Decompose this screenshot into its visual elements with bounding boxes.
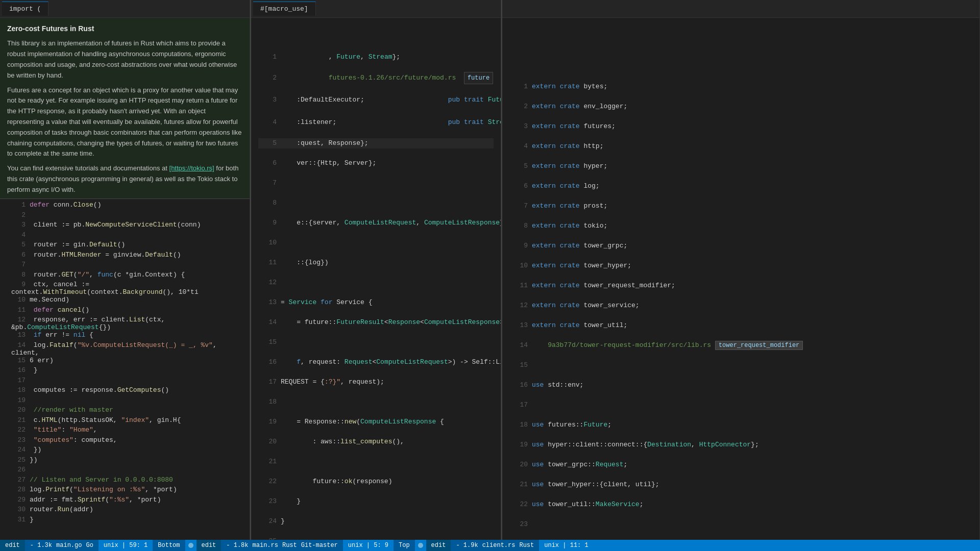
code-line: 23 [509,519,972,530]
code-line: 4 [7,231,242,241]
code-line: 14 log.Fatalf("%v.ComputeListRequest(_) … [7,341,242,357]
code-line: 13 if err != nil { [7,331,242,341]
tokio-link[interactable]: [https://tokio.rs] [169,164,214,172]
mid-scroll-pos: Top [399,542,410,549]
mid-status-mode: edit [197,540,222,551]
code-line: 8 router.GET("/", func(c *gin.Context) { [7,271,242,281]
right-status-info: - 1.9k client.rs Rust [451,540,539,551]
right-filename: client.rs [482,542,516,549]
right-pane: 1extern crate bytes; 2extern crate env_l… [502,0,980,540]
right-code-block: 1extern crate bytes; 2extern crate env_l… [502,70,979,540]
code-line: 4 :listener; pub trait Stream Stream [258,116,494,129]
code-line: 1 , Future, Stream}; [258,52,494,62]
left-code-block: 1defer conn.Close() 2 3 client := pb.New… [0,199,250,528]
left-filename: main.go [56,542,82,549]
code-line: 1extern crate bytes; [509,82,972,92]
code-line: 16use std::env; [509,380,972,390]
code-line: 14 9a3b77d/tower-request-modifier/src/li… [509,340,972,350]
mid-lang: Rust [282,542,297,549]
code-line: 6 router.HTMLRender = ginview.Default() [7,251,242,261]
code-line: 2 [7,211,242,221]
code-line: 22 "title": "Home", [7,426,242,436]
code-line: 12extern crate tower_service; [509,300,972,311]
code-line: 9extern crate tower_grpc; [509,241,972,251]
middle-code-content: 1 , Future, Stream}; 2 futures-0.1.26/sr… [251,18,501,540]
mid-status-indicator [415,540,426,551]
left-status-indicator [185,540,197,551]
code-line: 5extern crate hyper; [509,161,972,171]
code-line: 13extern crate tower_util; [509,320,972,331]
left-status-pos: unix | 59: 1 [99,540,153,551]
doc-panel: import ( Zero-cost Futures in Rust This … [0,0,250,199]
left-scroll-pos: Bottom [158,542,180,549]
code-line: 5 :quest, Response}; [258,138,494,148]
code-line: 23 } [258,496,494,507]
code-line: 28log.Printf("Listening on :%s", *port) [7,486,242,496]
code-line: 16 f, request: Request<ComputeListReques… [258,357,494,367]
middle-tab-macro[interactable]: #[macro_use] [253,2,316,16]
code-line: 9 ctx, cancel := context.WithTimeout(con… [7,281,242,296]
code-line: 24 }) [7,446,242,456]
code-line: 11 ::{log}) [258,258,494,268]
code-line: 24pub mod compute { [509,539,972,540]
code-line: 8 [258,198,494,208]
right-status-pos: unix | 11: 1 [539,540,593,551]
right-code-content: 1extern crate bytes; 2extern crate env_l… [502,18,979,540]
doc-title: Zero-cost Futures in Rust [7,23,242,34]
code-line: 12 [258,278,494,288]
status-dot-mid [418,543,423,548]
mid-pos: unix | 5: 9 [348,542,388,549]
code-line: 18use futures::Future; [509,420,972,430]
middle-code-block: 1 , Future, Stream}; 2 futures-0.1.26/sr… [251,40,501,540]
code-line: 8extern crate tokio; [509,221,972,231]
code-line: 17 [7,377,242,387]
right-pos: unix | 11: 1 [544,542,588,549]
left-tab-bar: import ( [0,0,250,18]
code-line: 4extern crate http; [509,141,972,152]
right-lang: Rust [519,542,534,549]
code-line: 22 future::ok(response) [258,477,494,487]
code-line: 23 "computes": computes, [7,436,242,446]
code-line: 15 [509,360,972,370]
middle-tab-bar: #[macro_use] [251,0,501,18]
code-line: 7 [258,178,494,188]
code-line: 17 [509,400,972,410]
doc-para-3: You can find extensive tutorials and doc… [7,163,242,195]
code-line: 11 defer cancel() [7,306,242,316]
status-bar: edit - 1.3k main.go Go unix | 59: 1 Bott… [0,540,980,551]
left-status-mode: edit [0,540,25,551]
code-line: 14 = future::FutureResult<Response<Compu… [258,317,494,328]
mid-status-scroll: Top [394,540,415,551]
code-line: 25 [258,536,494,540]
mid-status-pos: unix | 5: 9 [343,540,394,551]
doc-content: Zero-cost Futures in Rust This library i… [0,18,250,199]
left-lang: Go [86,542,93,549]
mid-branch: Git-master [301,542,338,549]
right-tab-bar [502,0,979,18]
code-line: 15 [258,337,494,347]
code-line: 10me.Second) [7,296,242,306]
left-pos: unix | 59: 1 [104,542,148,549]
code-line: 20 : aws::list_computes(), [258,437,494,447]
left-code-panel: 1defer conn.Close() 2 3 client := pb.New… [0,199,250,540]
code-line: 6 ver::{Http, Server}; [258,158,494,168]
mid-status-info: - 1.8k main.rs Rust Git-master [221,540,342,551]
code-line: 26 [7,466,242,476]
left-file-lines: - 1.3k [30,542,52,549]
left-tab-import[interactable]: import ( [2,2,48,16]
doc-para-2: Futures are a concept for an object whic… [7,85,242,160]
code-line: 5 router := gin.Default() [7,241,242,251]
code-line: 3extern crate futures; [509,121,972,132]
code-line: 16 } [7,366,242,377]
code-line: 2 futures-0.1.26/src/future/mod.rs futur… [258,72,494,84]
mid-edit-label: edit [202,542,216,549]
code-line: 19 [7,396,242,407]
right-file-lines: - 1.9k [456,542,478,549]
code-line: 3 client := pb.NewComputeServiceClient(c… [7,221,242,231]
code-line: 21use tower_hyper::{client, util}; [509,480,972,490]
code-line: 18 [258,397,494,407]
editor-area: import ( Zero-cost Futures in Rust This … [0,0,980,540]
status-dot [188,543,193,548]
code-line: 7 [7,261,242,271]
code-line: 25}) [7,456,242,466]
